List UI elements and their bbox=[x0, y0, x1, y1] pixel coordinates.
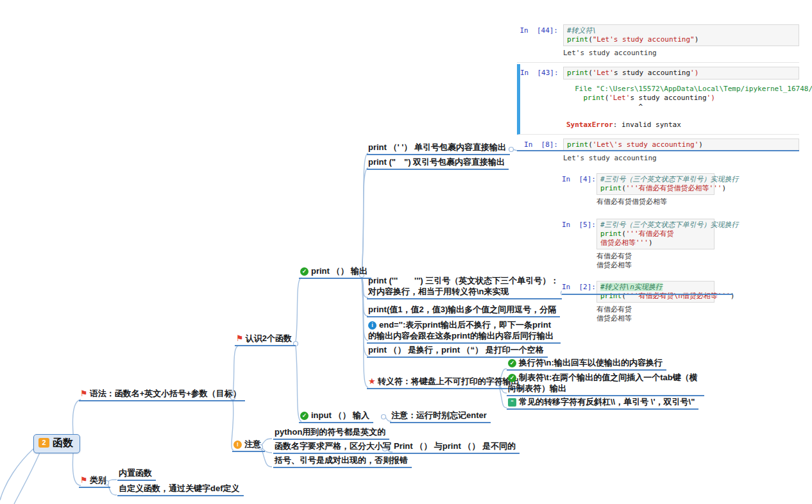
cell-input[interactable]: print('Let's study accounting') bbox=[563, 67, 799, 80]
cell-prompt: In [8]: bbox=[517, 139, 563, 149]
topic-escape-tab[interactable]: ✓制表符\t:在两个输出的值之间插入一个tab键（横向制表符）输出 bbox=[507, 371, 704, 396]
topic-attention-case[interactable]: 函数名字要求严格，区分大小写 bbox=[273, 440, 395, 454]
star-icon: ★ bbox=[368, 376, 376, 387]
topic-label: 换行符\n:输出回车以使输出的内容换行 bbox=[519, 358, 663, 367]
notebook-screenshot-group-b: In [4]: #三引号（三个英文状态下单引号）实现换行print('''有借必… bbox=[562, 171, 799, 329]
topic-label: 制表符\t:在两个输出的值之间插入一个tab键（横向制表符）输出 bbox=[508, 373, 698, 393]
topic-category[interactable]: ⚑类别 bbox=[79, 474, 110, 488]
topic-label: print （' '） 单引号包裹内容直接输出 bbox=[368, 142, 506, 152]
topic-label: 注意 bbox=[244, 439, 261, 449]
topic-label: 注意：运行时别忘记enter bbox=[391, 410, 487, 420]
cell-prompt: In [4]: bbox=[562, 173, 596, 184]
topic-label: print (" ") 双引号包裹内容直接输出 bbox=[368, 157, 505, 167]
topic-double-quote[interactable]: print (" ") 双引号包裹内容直接输出 bbox=[367, 156, 509, 170]
cell-prompt: In [2]: bbox=[562, 281, 596, 292]
notebook-cell-43[interactable]: In [43]: print('Let's study accounting')… bbox=[517, 64, 799, 135]
cell-output: 有借必有贷借贷必相等 bbox=[596, 197, 799, 206]
cell-prompt: In [43]: bbox=[520, 67, 563, 78]
cell-input[interactable]: print('Let\'s study accounting') bbox=[563, 139, 799, 151]
cell-prompt: In [5]: bbox=[562, 219, 596, 230]
root-topic-function[interactable]: 2函数 bbox=[33, 434, 80, 453]
topic-attention-case-note[interactable]: Print （） 与print （） 是不同的 bbox=[393, 440, 520, 454]
topic-label: 语法：函数名+英文小括号+参数（目标） bbox=[90, 389, 241, 398]
notebook-cell-5: In [5]: #三引号（三个英文状态下单引号）实现换行print('''有借必… bbox=[562, 216, 799, 274]
cell-output: 有借必有贷借贷必相等 bbox=[596, 305, 799, 323]
topic-attention-pairs[interactable]: 括号、引号是成对出现的，否则报错 bbox=[273, 454, 412, 468]
mindmap-canvas: 2函数 ⚑语法：函数名+英文小括号+参数（目标） ⚑认识2个函数 ✓print … bbox=[0, 0, 812, 504]
notebook-cell-2: In [2]: #转义符\n实现换行print('''有借必有贷\n借贷必相等'… bbox=[562, 278, 799, 328]
topic-label: print （） 是换行，print （“） 是打印一个空格 bbox=[368, 345, 544, 355]
cell-input[interactable]: #三引号（三个英文状态下单引号）实现换行print('''有借必有贷借贷必相等'… bbox=[596, 173, 715, 195]
cell-output: Let's study accounting bbox=[563, 49, 799, 58]
topic-label: 函数名字要求严格，区分大小写 bbox=[275, 441, 391, 451]
cell-input[interactable]: #转义符\n实现换行print('''有借必有贷\n借贷必相等''') bbox=[596, 281, 715, 303]
topic-newline-space[interactable]: print （） 是换行，print （“） 是打印一个空格 bbox=[367, 344, 548, 358]
topic-label: 自定义函数，通过关键字def定义 bbox=[119, 483, 240, 493]
notebook-cell-44: In [44]: #转义符\print("Let's study account… bbox=[517, 22, 799, 63]
topic-label: print(值1，值2，值3)输出多个值之间用逗号，分隔 bbox=[368, 305, 556, 314]
topic-input-note[interactable]: 注意：运行时别忘记enter bbox=[390, 409, 491, 423]
topic-escape-newline[interactable]: ✓换行符\n:输出回车以使输出的内容换行 bbox=[507, 357, 666, 371]
screenshot-topic-underline bbox=[562, 294, 732, 295]
check-icon: ✓ bbox=[508, 374, 516, 382]
cell-prompt: In [44]: bbox=[517, 24, 563, 35]
topic-label: end='':表示print输出后不换行，即下一条print的输出内容会跟在这条… bbox=[368, 320, 554, 340]
topic-label: 常见的转移字符有反斜杠\\，单引号 \'，双引号\" bbox=[519, 397, 695, 407]
topic-escape-char[interactable]: ★转义符：将键盘上不可打印的字符输出 bbox=[367, 375, 523, 389]
info-icon: i bbox=[368, 321, 376, 330]
collapse-handle[interactable] bbox=[382, 415, 386, 419]
cell-error-output: File "C:\Users\15572\AppData\Local\Temp/… bbox=[566, 85, 799, 130]
topic-label: print （） 输出 bbox=[311, 266, 368, 276]
topic-label: Print （） 与print （） 是不同的 bbox=[394, 441, 516, 451]
cell-output: 有借必有贷借贷必相等 bbox=[596, 252, 799, 270]
topic-label: 转义符：将键盘上不可打印的字符输出 bbox=[378, 376, 520, 386]
root-label: 函数 bbox=[53, 437, 73, 448]
cell-input[interactable]: #转义符\print("Let's study accounting") bbox=[563, 24, 799, 46]
priority-badge: 2 bbox=[38, 438, 49, 448]
topic-label: 认识2个函数 bbox=[246, 333, 292, 343]
check-icon: ✓ bbox=[300, 412, 309, 420]
cell-output: Let's study accounting bbox=[563, 154, 799, 163]
notebook-cell-4: In [4]: #三引号（三个英文状态下单引号）实现换行print('''有借必… bbox=[562, 171, 799, 211]
flag-icon: ⚑ bbox=[80, 388, 88, 399]
notebook-cell-8: In [8]: print('Let\'s study accounting')… bbox=[517, 136, 799, 167]
topic-custom-functions[interactable]: 自定义函数，通过关键字def定义 bbox=[117, 482, 244, 496]
topic-label: python用到的符号都是英文的 bbox=[275, 427, 385, 437]
topic-label: input （） 输入 bbox=[311, 410, 369, 420]
cell-input[interactable]: #三引号（三个英文状态下单引号）实现换行print('''有借必有贷借贷必相等'… bbox=[596, 219, 715, 249]
topic-print-output[interactable]: ✓print （） 输出 bbox=[299, 265, 371, 279]
topic-multi-values[interactable]: print(值1，值2，值3)输出多个值之间用逗号，分隔 bbox=[367, 303, 560, 317]
topic-label: 类别 bbox=[90, 475, 106, 485]
topic-attention-symbols[interactable]: python用到的符号都是英文的 bbox=[273, 426, 389, 440]
warning-icon: ! bbox=[233, 441, 242, 449]
topic-syntax[interactable]: ⚑语法：函数名+英文小括号+参数（目标） bbox=[79, 387, 245, 401]
topic-builtin-functions[interactable]: 内置函数 bbox=[117, 467, 156, 481]
check-icon: ✓ bbox=[508, 359, 516, 367]
flag-icon: ⚑ bbox=[236, 333, 244, 344]
screenshot-topic-underline bbox=[517, 150, 799, 151]
topic-attention[interactable]: !注意 bbox=[232, 438, 265, 452]
notebook-screenshot-group-a: In [44]: #转义符\print("Let's study account… bbox=[517, 22, 799, 169]
topic-escape-common[interactable]: “常见的转移字符有反斜杠\\，单引号 \'，双引号\" bbox=[507, 396, 698, 410]
topic-two-functions[interactable]: ⚑认识2个函数 bbox=[235, 332, 296, 346]
topic-single-quote[interactable]: print （' '） 单引号包裹内容直接输出 bbox=[367, 141, 510, 155]
topic-label: print (''' ''') 三引号（英文状态下三个单引号）：对内容换行，相当… bbox=[368, 276, 559, 296]
topic-triple-quote[interactable]: print (''' ''') 三引号（英文状态下三个单引号）：对内容换行，相当… bbox=[367, 274, 563, 299]
check-icon: ✓ bbox=[300, 267, 309, 276]
topic-input[interactable]: ✓input （） 输入 bbox=[299, 409, 373, 423]
topic-label: 括号、引号是成对出现的，否则报错 bbox=[275, 455, 408, 465]
topic-label: 内置函数 bbox=[119, 468, 152, 478]
topic-end-param[interactable]: iend='':表示print输出后不换行，即下一条print的输出内容会跟在这… bbox=[367, 319, 561, 344]
flag-icon: ⚑ bbox=[80, 475, 88, 485]
quote-icon: “ bbox=[508, 398, 516, 407]
